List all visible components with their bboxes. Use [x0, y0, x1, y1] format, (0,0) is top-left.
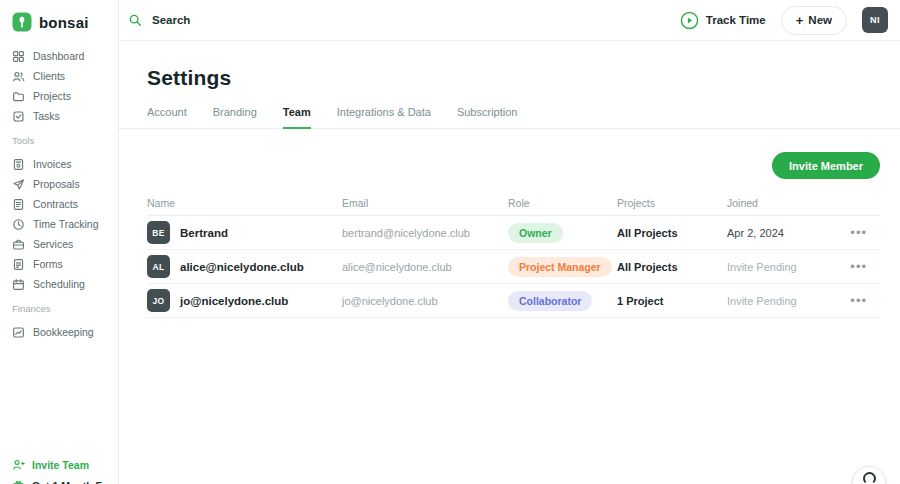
- team-actions: Invite Member: [147, 152, 880, 179]
- search-bar[interactable]: [128, 13, 680, 27]
- task-check-icon: [12, 110, 25, 123]
- member-name-cell: JO jo@nicelydone.club: [147, 289, 342, 312]
- form-icon: [12, 258, 25, 271]
- calendar-icon: [12, 278, 25, 291]
- member-name-cell: AL alice@nicelydone.club: [147, 255, 342, 278]
- invite-team-button[interactable]: Invite Team: [12, 454, 119, 475]
- bonsai-logo-icon: [12, 12, 32, 32]
- tab-branding[interactable]: Branding: [213, 106, 257, 128]
- role-badge: Owner: [508, 223, 563, 243]
- sidebar-section-tools: Tools: [12, 135, 118, 146]
- sidebar-item-label: Contracts: [33, 198, 78, 210]
- promo-label: Get 1 Month Free: [32, 480, 118, 484]
- team-table: Name Email Role Projects Joined BE Bertr…: [147, 191, 880, 318]
- role-badge: Project Manager: [508, 257, 612, 277]
- member-name: jo@nicelydone.club: [180, 295, 288, 307]
- settings-content: Settings Account Branding Team Integrati…: [119, 66, 900, 318]
- help-icon: [863, 472, 876, 484]
- promo-button[interactable]: Get 1 Month Free: [12, 475, 119, 484]
- sidebar-item-proposals[interactable]: Proposals: [12, 174, 118, 194]
- track-time-button[interactable]: Track Time: [680, 11, 766, 30]
- sidebar-item-label: Scheduling: [33, 278, 85, 290]
- new-button-label: New: [808, 14, 832, 26]
- sidebar-item-label: Tasks: [33, 110, 60, 122]
- folder-icon: [12, 90, 25, 103]
- search-input[interactable]: [150, 13, 454, 27]
- column-header-email: Email: [342, 197, 508, 209]
- sidebar-item-invoices[interactable]: Invoices: [12, 154, 118, 174]
- person-plus-icon: [12, 458, 25, 471]
- member-name-cell: BE Bertrand: [147, 221, 342, 244]
- member-email: alice@nicelydone.club: [342, 261, 508, 273]
- sidebar-item-time-tracking[interactable]: Time Tracking: [12, 214, 118, 234]
- column-header-role: Role: [508, 197, 617, 209]
- invite-member-button[interactable]: Invite Member: [772, 152, 880, 179]
- sidebar-item-label: Time Tracking: [33, 218, 99, 230]
- sidebar-item-contracts[interactable]: Contracts: [12, 194, 118, 214]
- sidebar-item-label: Invoices: [33, 158, 72, 170]
- member-name: alice@nicelydone.club: [180, 261, 304, 273]
- briefcase-icon: [12, 238, 25, 251]
- sidebar: bonsai Dashboard Clients Projects Tasks …: [0, 0, 119, 484]
- tab-subscription[interactable]: Subscription: [457, 106, 518, 128]
- sidebar-nav-tools: Invoices Proposals Contracts Time Tracki…: [0, 150, 118, 294]
- sidebar-item-services[interactable]: Services: [12, 234, 118, 254]
- table-header-row: Name Email Role Projects Joined: [147, 191, 880, 216]
- people-icon: [12, 70, 25, 83]
- clock-icon: [12, 218, 25, 231]
- page-title: Settings: [147, 66, 880, 90]
- member-avatar: JO: [147, 289, 170, 312]
- table-row: JO jo@nicelydone.club jo@nicelydone.club…: [147, 284, 880, 318]
- track-time-label: Track Time: [706, 14, 766, 26]
- table-row: AL alice@nicelydone.club alice@nicelydon…: [147, 250, 880, 284]
- sidebar-item-tasks[interactable]: Tasks: [12, 106, 118, 126]
- sidebar-nav: Dashboard Clients Projects Tasks: [0, 42, 118, 126]
- member-joined: Apr 2, 2024: [727, 227, 850, 239]
- sidebar-item-bookkeeping[interactable]: Bookkeeping: [12, 322, 118, 342]
- sidebar-item-label: Clients: [33, 70, 65, 82]
- sidebar-item-dashboard[interactable]: Dashboard: [12, 46, 118, 66]
- user-avatar[interactable]: NI: [862, 7, 888, 33]
- sidebar-item-forms[interactable]: Forms: [12, 254, 118, 274]
- sidebar-item-label: Bookkeeping: [33, 326, 94, 338]
- play-circle-icon: [680, 11, 699, 30]
- sidebar-item-label: Forms: [33, 258, 63, 270]
- sidebar-item-label: Dashboard: [33, 50, 84, 62]
- settings-tabs: Account Branding Team Integrations & Dat…: [119, 106, 900, 129]
- gift-icon: [12, 479, 25, 484]
- tab-integrations-data[interactable]: Integrations & Data: [337, 106, 431, 128]
- column-header-projects: Projects: [617, 197, 727, 209]
- member-joined: Invite Pending: [727, 295, 850, 307]
- main-area: Track Time + New NI Settings Account Bra…: [119, 0, 900, 484]
- column-header-name: Name: [147, 197, 342, 209]
- member-avatar: BE: [147, 221, 170, 244]
- member-email: bertrand@nicelydone.club: [342, 227, 508, 239]
- document-icon: [12, 198, 25, 211]
- tab-account[interactable]: Account: [147, 106, 187, 128]
- sidebar-item-scheduling[interactable]: Scheduling: [12, 274, 118, 294]
- member-projects: All Projects: [617, 227, 727, 239]
- sidebar-item-projects[interactable]: Projects: [12, 86, 118, 106]
- invite-team-label: Invite Team: [32, 459, 89, 471]
- sidebar-item-label: Projects: [33, 90, 71, 102]
- topbar: Track Time + New NI: [119, 0, 900, 41]
- sidebar-section-finances: Finances: [12, 303, 118, 314]
- plus-icon: +: [796, 14, 804, 27]
- member-email: jo@nicelydone.club: [342, 295, 508, 307]
- sidebar-item-label: Services: [33, 238, 73, 250]
- column-header-joined: Joined: [727, 197, 850, 209]
- brand-logo[interactable]: bonsai: [0, 0, 118, 42]
- paper-plane-icon: [12, 178, 25, 191]
- sidebar-nav-finances: Bookkeeping: [0, 318, 118, 342]
- member-avatar: AL: [147, 255, 170, 278]
- role-badge: Collaborator: [508, 291, 592, 311]
- tab-team[interactable]: Team: [283, 106, 311, 129]
- member-projects: 1 Project: [617, 295, 727, 307]
- new-button[interactable]: + New: [781, 6, 847, 35]
- member-joined: Invite Pending: [727, 261, 850, 273]
- topbar-actions: Track Time + New NI: [680, 6, 888, 35]
- brand-name: bonsai: [39, 14, 89, 31]
- sidebar-item-label: Proposals: [33, 178, 80, 190]
- member-name: Bertrand: [180, 227, 228, 239]
- sidebar-item-clients[interactable]: Clients: [12, 66, 118, 86]
